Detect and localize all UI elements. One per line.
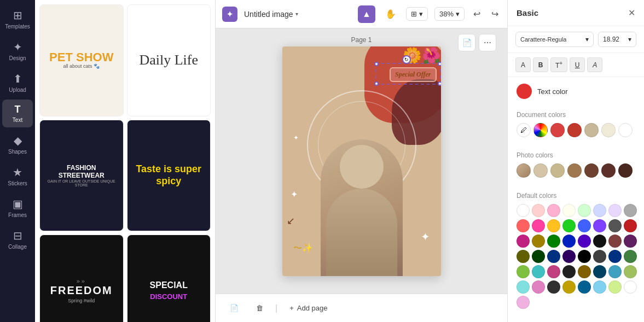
photo-color-4[interactable] <box>584 163 599 178</box>
default-color-2-3[interactable] <box>532 235 545 248</box>
default-color-6-2[interactable] <box>578 280 591 294</box>
view-options-button[interactable]: ⊞ ▾ <box>406 7 428 21</box>
sidebar-item-shapes[interactable]: ◆ Shapes <box>2 130 33 159</box>
zoom-control[interactable]: 38% ▾ <box>434 7 465 21</box>
default-color-6-3[interactable] <box>593 280 606 294</box>
default-color-3-5[interactable] <box>547 250 560 263</box>
default-color-5-4[interactable] <box>624 265 637 278</box>
add-page-button[interactable]: + Add page <box>284 301 333 315</box>
default-color-4-1[interactable] <box>593 250 606 263</box>
panel-close-button[interactable]: ✕ <box>628 8 635 18</box>
default-color-5-1[interactable] <box>578 265 591 278</box>
default-color-4-2[interactable] <box>608 250 622 263</box>
default-color-4-4[interactable] <box>517 265 530 278</box>
sidebar-item-stickers[interactable]: ★ Stickers <box>2 161 33 191</box>
default-color-3-2[interactable] <box>624 235 637 248</box>
doc-color-1[interactable] <box>550 123 565 137</box>
canvas-content[interactable]: Page 1 📄 ⋯ 🌼🌺 Special Offer <box>216 28 507 294</box>
default-color-6-1[interactable] <box>562 280 576 294</box>
sidebar-item-frames[interactable]: ▣ Frames <box>2 193 33 223</box>
default-color-0-2[interactable] <box>547 204 560 217</box>
default-color-0-0[interactable] <box>517 204 530 217</box>
default-color-2-0[interactable] <box>608 219 622 232</box>
default-color-1-2[interactable] <box>532 219 545 232</box>
default-color-3-3[interactable] <box>517 250 530 263</box>
canvas-more-button[interactable]: ⋯ <box>479 34 496 51</box>
default-color-0-4[interactable] <box>578 204 591 217</box>
default-color-1-0[interactable] <box>624 204 637 217</box>
format-alt-A[interactable]: A <box>587 57 602 72</box>
default-color-2-6[interactable] <box>578 235 591 248</box>
sidebar-item-templates[interactable]: ⊞ Templates <box>2 4 33 34</box>
template-card-daily-life[interactable]: Daily Life <box>127 4 211 116</box>
doc-color-3[interactable] <box>584 123 599 137</box>
default-color-1-5[interactable] <box>578 219 591 232</box>
default-color-2-1[interactable] <box>624 219 637 232</box>
default-color-2-2[interactable] <box>517 235 530 248</box>
default-color-3-4[interactable] <box>532 250 545 263</box>
default-color-3-6[interactable] <box>562 250 576 263</box>
default-color-3-1[interactable] <box>608 235 622 248</box>
default-color-6-5[interactable] <box>624 280 637 294</box>
select-tool-button[interactable]: ▲ <box>358 5 375 23</box>
default-color-0-6[interactable] <box>608 204 622 217</box>
sidebar-item-upload[interactable]: ⬆ Upload <box>2 68 33 97</box>
default-color-1-1[interactable] <box>517 219 530 232</box>
default-color-5-6[interactable] <box>532 280 545 294</box>
default-color-2-5[interactable] <box>562 235 576 248</box>
hand-tool-button[interactable]: ✋ <box>382 5 399 23</box>
redo-button[interactable]: ↪ <box>489 7 501 21</box>
default-color-0-1[interactable] <box>532 204 545 217</box>
default-color-0-5[interactable] <box>593 204 606 217</box>
template-card-freedom[interactable]: »» FREEDOM Spring #wild <box>39 235 124 322</box>
default-color-1-6[interactable] <box>593 219 606 232</box>
default-color-4-5[interactable] <box>532 265 545 278</box>
default-color-4-3[interactable] <box>624 250 637 263</box>
page-thumbnail-button[interactable]: 📄 <box>224 301 244 315</box>
default-color-6-4[interactable] <box>608 280 622 294</box>
format-bold-A[interactable]: A <box>515 57 531 72</box>
template-card-fashion[interactable]: FASHION STREETWEAR GAIN IT OR LEAVE OUTS… <box>39 120 124 232</box>
color-wheel-swatch[interactable] <box>533 123 548 137</box>
template-card-discount[interactable]: SPECIAL DISCOUNT <box>127 235 211 322</box>
default-color-2-4[interactable] <box>547 235 560 248</box>
format-transform-T[interactable]: T+ <box>550 57 567 72</box>
default-color-5-3[interactable] <box>608 265 622 278</box>
sidebar-item-text[interactable]: T Text <box>2 99 33 127</box>
special-offer-canvas-text[interactable]: Special Offer <box>390 67 436 82</box>
undo-button[interactable]: ↩ <box>471 7 483 21</box>
default-color-6-0[interactable] <box>547 280 560 294</box>
rotate-handle[interactable]: ↻ <box>402 55 411 64</box>
doc-color-4[interactable] <box>601 123 616 137</box>
default-color-6-6[interactable] <box>517 296 530 309</box>
photo-color-1[interactable] <box>533 163 548 178</box>
default-color-1-3[interactable] <box>547 219 560 232</box>
photo-color-thumb[interactable] <box>517 163 531 178</box>
font-family-select[interactable]: Carattere-Regula ▾ <box>515 32 594 47</box>
default-color-1-4[interactable] <box>562 219 576 232</box>
default-color-5-0[interactable] <box>562 265 576 278</box>
sidebar-item-design[interactable]: ✦ Design <box>2 36 33 66</box>
design-canvas[interactable]: 🌼🌺 Special Offer ↙ ✦ ✦ ✦ 〜✨ <box>282 46 441 276</box>
template-card-spicy[interactable]: Taste is super spicy <box>127 120 211 232</box>
doc-color-2[interactable] <box>567 123 582 137</box>
default-color-4-0[interactable] <box>578 250 591 263</box>
eyedropper-tool[interactable]: 🖊 <box>517 123 531 137</box>
default-color-5-5[interactable] <box>517 280 530 294</box>
font-size-select[interactable]: 18.92 ▾ <box>598 32 636 47</box>
text-color-swatch[interactable] <box>517 84 532 99</box>
sidebar-item-collage[interactable]: ⊟ Collage <box>2 225 33 254</box>
photo-color-5[interactable] <box>601 163 616 178</box>
photo-color-6[interactable] <box>618 163 633 178</box>
delete-button[interactable]: 🗑 <box>251 301 269 315</box>
photo-color-3[interactable] <box>567 163 582 178</box>
doc-color-5[interactable] <box>618 123 633 137</box>
default-color-5-2[interactable] <box>593 265 606 278</box>
template-card-pet-show[interactable]: PET SHOW all about cats 🐾 <box>39 4 124 116</box>
file-title-button[interactable]: Untitled image ▾ <box>244 10 298 19</box>
photo-color-2[interactable] <box>550 163 565 178</box>
default-color-3-0[interactable] <box>593 235 606 248</box>
default-color-0-3[interactable] <box>562 204 576 217</box>
default-color-4-6[interactable] <box>547 265 560 278</box>
format-underline-U[interactable]: U <box>570 57 585 72</box>
